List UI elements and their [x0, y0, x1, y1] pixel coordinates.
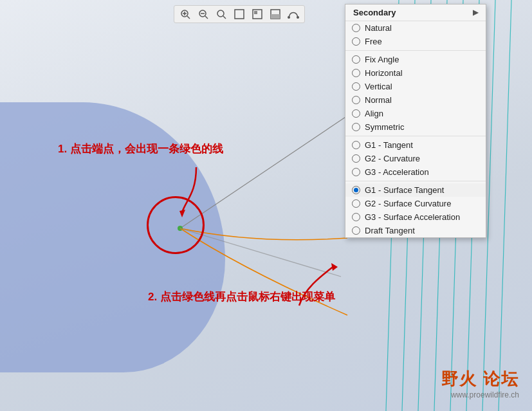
canvas-area: Secondary ▶ Natural Free Fix Angle Horiz… — [0, 0, 532, 411]
menu-item-symmetric[interactable]: Symmetric — [345, 120, 486, 134]
spline-button[interactable] — [285, 7, 302, 21]
menu-item-label: Free — [365, 37, 382, 46]
menu-item-g1-tangent[interactable]: G1 - Tangent — [345, 138, 486, 152]
svg-rect-20 — [235, 10, 244, 19]
menu-item-label: Horizontal — [365, 68, 403, 78]
radio-g1-tangent — [352, 141, 360, 149]
menu-item-horizontal[interactable]: Horizontal — [345, 66, 486, 80]
menu-item-label: Fix Angle — [365, 55, 399, 64]
svg-line-16 — [205, 16, 208, 19]
zoom-fit-button[interactable] — [213, 7, 230, 21]
radio-fix-angle — [352, 55, 360, 64]
separator-3 — [345, 181, 486, 181]
menu-title: Secondary — [353, 8, 396, 17]
menu-header[interactable]: Secondary ▶ — [345, 5, 486, 21]
radio-g2-curvature — [352, 154, 360, 163]
menu-item-label: Symmetric — [365, 122, 404, 132]
watermark-url: www.proewildfire.ch — [441, 390, 519, 399]
radio-g3-acceleration — [352, 168, 360, 176]
svg-point-26 — [297, 16, 299, 19]
zoom-in-button[interactable] — [177, 7, 194, 21]
menu-item-fix-angle[interactable]: Fix Angle — [345, 53, 486, 66]
menu-item-normal[interactable]: Normal — [345, 93, 486, 107]
menu-item-label: Natural — [365, 23, 392, 33]
svg-point-25 — [288, 16, 290, 19]
menu-item-label: G3 - Surface Acceleration — [365, 212, 460, 222]
watermark: 野火 论坛 www.proewildfire.ch — [441, 368, 519, 399]
menu-item-label: G2 - Curvature — [365, 154, 420, 163]
menu-item-draft-tangent[interactable]: Draft Tangent — [345, 224, 486, 237]
menu-item-align[interactable]: Align — [345, 107, 486, 120]
view2-button[interactable] — [267, 7, 284, 21]
refit-button[interactable] — [231, 7, 248, 21]
svg-marker-28 — [331, 263, 338, 271]
svg-line-12 — [187, 16, 190, 19]
radio-horizontal — [352, 69, 360, 77]
radio-g1-surface-tangent — [352, 186, 360, 194]
menu-item-vertical[interactable]: Vertical — [345, 80, 486, 93]
menu-item-label: Draft Tangent — [365, 226, 415, 235]
context-menu: Secondary ▶ Natural Free Fix Angle Horiz… — [345, 4, 486, 238]
annotation-2: 2. 点击绿色线再点击鼠标右键出现菜单 — [148, 289, 335, 304]
watermark-title: 野火 论坛 — [441, 368, 519, 390]
menu-item-g2-surface-curvature[interactable]: G2 - Surface Curvature — [345, 197, 486, 210]
radio-g3-surface-acceleration — [352, 213, 360, 221]
radio-draft-tangent — [352, 226, 360, 235]
radio-free — [352, 37, 360, 46]
arrow-2 — [293, 260, 344, 312]
zoom-out-button[interactable] — [195, 7, 212, 21]
radio-natural — [352, 24, 360, 32]
radio-normal — [352, 96, 360, 104]
menu-item-g2-curvature[interactable]: G2 - Curvature — [345, 152, 486, 165]
view1-button[interactable] — [249, 7, 266, 21]
svg-rect-24 — [271, 14, 280, 19]
radio-g2-surface-curvature — [352, 199, 360, 208]
menu-item-label: G3 - Acceleration — [365, 167, 429, 177]
menu-item-label: G1 - Surface Tangent — [365, 185, 444, 195]
menu-item-label: Align — [365, 109, 383, 118]
menu-item-label: G2 - Surface Curvature — [365, 199, 451, 208]
svg-line-19 — [223, 16, 226, 19]
menu-item-free[interactable]: Free — [345, 35, 486, 48]
menu-item-natural[interactable]: Natural — [345, 21, 486, 35]
svg-line-8 — [499, 0, 511, 411]
menu-expand-arrow: ▶ — [473, 8, 478, 17]
toolbar — [174, 5, 305, 23]
svg-point-18 — [217, 10, 224, 17]
menu-item-g1-surface-tangent[interactable]: G1 - Surface Tangent — [345, 183, 486, 197]
menu-item-g3-acceleration[interactable]: G3 - Acceleration — [345, 165, 486, 179]
radio-align — [352, 109, 360, 118]
menu-item-label: Normal — [365, 95, 392, 105]
menu-item-label: G1 - Tangent — [365, 140, 413, 150]
menu-item-g3-surface-acceleration[interactable]: G3 - Surface Acceleration — [345, 210, 486, 224]
separator-2 — [345, 136, 486, 136]
menu-item-label: Vertical — [365, 82, 392, 91]
radio-symmetric — [352, 123, 360, 131]
annotation-1: 1. 点击端点，会出现一条绿色的线 — [58, 142, 223, 156]
separator-1 — [345, 50, 486, 51]
svg-rect-22 — [254, 11, 257, 14]
radio-vertical — [352, 82, 360, 91]
